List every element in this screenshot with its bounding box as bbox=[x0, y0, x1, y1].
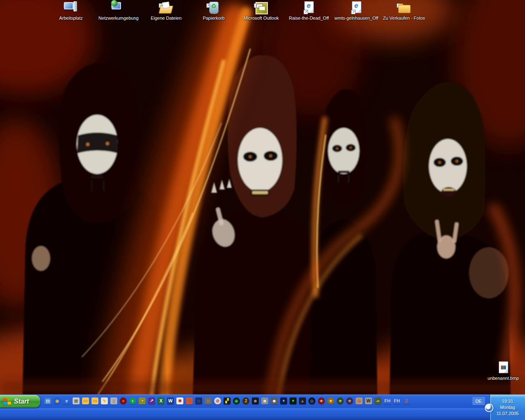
shortcut-arrow-icon: ↗ bbox=[351, 10, 356, 14]
printer-icon[interactable]: ▦ bbox=[73, 397, 80, 404]
green-medal-icon[interactable]: ★ bbox=[337, 397, 344, 404]
bmp-thumbnail-icon bbox=[501, 365, 506, 370]
desktop-icon-zu-verkaufen-fotos[interactable]: ↗ Zu Verkaufen - Fotos bbox=[380, 1, 428, 21]
archive-box-icon[interactable]: ▯ bbox=[110, 397, 117, 404]
desktop-icon-art: ↗ bbox=[111, 1, 126, 15]
cd-beige-icon[interactable]: ◌ bbox=[205, 397, 212, 404]
desktop-icon-art bbox=[496, 361, 511, 375]
windows-flag-icon bbox=[3, 397, 12, 405]
wallpaper-art bbox=[0, 0, 525, 395]
flag-game-icon[interactable]: ▞ bbox=[224, 397, 231, 404]
shortcut-arrow-icon: ↗ bbox=[304, 10, 308, 14]
forgotten-hope-icon[interactable]: FH bbox=[384, 397, 391, 404]
desktop-icon-label: Raise-the-Dead_Off bbox=[289, 16, 329, 21]
no-cd-icon[interactable]: ⊘ bbox=[214, 397, 221, 404]
ww2-shield-icon[interactable]: W bbox=[365, 397, 372, 404]
red-splatter-game-icon[interactable]: ✱ bbox=[176, 397, 183, 404]
face-photo-icon[interactable]: ☺ bbox=[356, 397, 363, 404]
fullscreen-utility-icon[interactable]: ↗ bbox=[148, 397, 155, 404]
battlefield-2-icon[interactable]: 2 bbox=[403, 397, 410, 404]
desktop-icon-art: ↗ bbox=[64, 1, 78, 15]
desktop-icon-art: ↗ bbox=[301, 1, 316, 15]
shortcut-arrow-icon: ↗ bbox=[159, 3, 162, 8]
desktop-icon-label: Eigene Dateien bbox=[151, 16, 181, 21]
desktop-icon-label: Papierkorb bbox=[203, 16, 224, 21]
word-icon[interactable]: W bbox=[167, 397, 174, 404]
desktop-icon-arbeitsplatz[interactable]: ↗ Arbeitsplatz bbox=[47, 1, 95, 21]
start-button-label: Start bbox=[14, 398, 29, 405]
desktop-icon-row: ↗ Arbeitsplatz ↗ Netzwerkumgebung ↗ Eige… bbox=[47, 1, 428, 21]
winamp-icon[interactable]: ϟ bbox=[101, 397, 108, 404]
folder-icon[interactable]: ▭ bbox=[91, 397, 98, 404]
desktop-icon-label: unbenannt.bmp bbox=[488, 376, 519, 381]
desktop-icon-eigene-dateien[interactable]: ↗ Eigene Dateien bbox=[142, 1, 190, 21]
clock-time: 19:31 bbox=[502, 399, 514, 404]
portrait-gray-icon[interactable]: ☻ bbox=[261, 397, 268, 404]
desktop-icon-label: wmts-gelnhausen_Off bbox=[335, 16, 379, 21]
excel-icon[interactable]: X bbox=[158, 397, 164, 404]
clock-day: Montag bbox=[500, 405, 515, 410]
quick-launch-bar: ▤ ◉ e ▦ ▭ ▭ ϟ ▯ ● ◗ bbox=[44, 397, 410, 404]
tank-game-icon[interactable]: ▰ bbox=[374, 397, 381, 404]
shield-2-game-icon[interactable]: 2 bbox=[242, 397, 249, 404]
desktop-icon-label: Zu Verkaufen - Fotos bbox=[383, 16, 425, 21]
stormtrooper-icon[interactable]: ☻ bbox=[271, 397, 278, 404]
show-desktop-icon[interactable]: ▤ bbox=[44, 397, 51, 404]
desktop-icon-art: ↗ bbox=[349, 1, 364, 15]
desktop-icon-raise-the-dead-off[interactable]: ↗ Raise-the-Dead_Off bbox=[285, 1, 333, 21]
taskbar-task-row: ☺ InterVideo WinDVR 3 e BF-Games.net | B… bbox=[0, 409, 525, 420]
map-editor-icon[interactable]: ✎ bbox=[186, 397, 193, 404]
start-button[interactable]: Start bbox=[0, 395, 40, 408]
chevron-left-icon: ‹ bbox=[488, 405, 490, 410]
desktop-icon-label: Microsoft Outlook bbox=[244, 16, 279, 21]
shortcut-arrow-icon: ↗ bbox=[111, 3, 115, 8]
language-indicator[interactable]: DE bbox=[472, 397, 485, 405]
desktop-icon-wmts-gelnhausen-off[interactable]: ↗ wmts-gelnhausen_Off bbox=[333, 1, 380, 21]
internet-explorer-icon[interactable]: e bbox=[63, 397, 70, 404]
desktop-icon-label: Netzwerkumgebung bbox=[98, 16, 139, 21]
desktop-icon-papierkorb[interactable]: ↗ Papierkorb bbox=[190, 1, 237, 21]
taskbar: Start ▤ ◉ e ▦ ▭ ▭ ϟ ▯ bbox=[0, 395, 525, 420]
green-glow-game-icon[interactable]: ✦ bbox=[290, 397, 297, 404]
desktop-icon-unbenannt-bmp[interactable]: unbenannt.bmp bbox=[481, 361, 525, 381]
purple-medal-icon[interactable]: ★ bbox=[346, 397, 353, 404]
shortcut-arrow-icon: ↗ bbox=[64, 3, 67, 8]
folder-icon[interactable]: ▭ bbox=[82, 397, 89, 404]
clock-utility-icon[interactable]: ◔ bbox=[139, 397, 146, 404]
red-medal-icon[interactable]: ★ bbox=[318, 397, 325, 404]
desktop-icon-label: Arbeitsplatz bbox=[59, 16, 82, 21]
desktop-icon-art: ↗ bbox=[254, 1, 269, 15]
green-orb-icon[interactable]: ◉ bbox=[233, 397, 240, 404]
desktop-icon-art: ↗ bbox=[397, 1, 411, 15]
cd-blue-icon[interactable]: ◌ bbox=[195, 397, 202, 404]
wallpaper-band-image bbox=[0, 0, 525, 395]
shortcut-arrow-icon: ↗ bbox=[206, 3, 210, 8]
green-swirl-icon[interactable]: ◗ bbox=[129, 397, 136, 404]
desktop-icon-art: ↗ bbox=[206, 1, 221, 15]
hidden-icons-chevron-button[interactable]: ‹ bbox=[485, 404, 493, 412]
media-player-icon[interactable]: ◉ bbox=[54, 397, 61, 404]
portrait-dark-icon[interactable]: ☻ bbox=[252, 397, 259, 404]
desktop: ↗ Arbeitsplatz ↗ Netzwerkumgebung ↗ Eige… bbox=[0, 0, 525, 420]
opera-browser-icon[interactable]: ● bbox=[120, 397, 127, 404]
forgotten-hope-icon[interactable]: FH bbox=[393, 397, 400, 404]
blue-glow-game-icon[interactable]: ✦ bbox=[280, 397, 287, 404]
clock-date: 11.07.2005 bbox=[496, 411, 518, 416]
desktop-icon-microsoft-outlook[interactable]: ↗ Microsoft Outlook bbox=[237, 1, 285, 21]
blue-disc-game-icon[interactable]: ◍ bbox=[308, 397, 315, 404]
shortcut-arrow-icon: ↗ bbox=[397, 3, 400, 8]
taskbar-top-row: Start ▤ ◉ e ▦ ▭ ▭ ϟ ▯ bbox=[0, 395, 525, 409]
tray-clock[interactable]: 19:31 Montag 11.07.2005 bbox=[490, 395, 525, 420]
shortcut-arrow-icon: ↗ bbox=[254, 3, 258, 8]
gold-medal-icon[interactable]: ★ bbox=[327, 397, 334, 404]
dark-armor-game-icon[interactable]: ▲ bbox=[299, 397, 306, 404]
desktop-icon-art: ↗ bbox=[159, 1, 173, 15]
desktop-icon-netzwerkumgebung[interactable]: ↗ Netzwerkumgebung bbox=[95, 1, 142, 21]
